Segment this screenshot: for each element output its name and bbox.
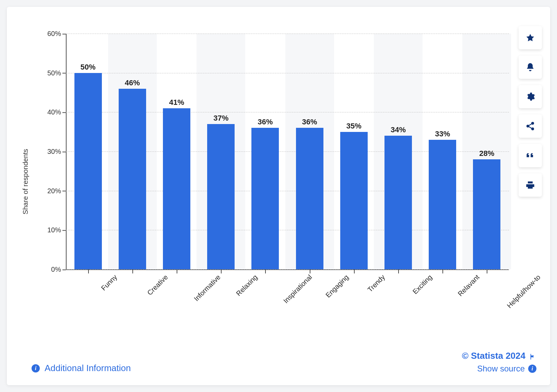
x-tick-label: Inspirational [282, 273, 314, 305]
bar[interactable]: 36% [251, 128, 279, 269]
bar[interactable]: 33% [429, 140, 456, 269]
x-tick-label: Trendy [366, 273, 387, 294]
info-icon: i [32, 364, 40, 372]
footer-right: © Statista 2024 Show source i [462, 351, 536, 373]
favorite-button[interactable] [519, 26, 542, 49]
bar[interactable]: 50% [74, 73, 102, 269]
bar[interactable]: 46% [119, 89, 146, 269]
svg-line-3 [529, 124, 532, 126]
x-tick-mark [132, 269, 133, 273]
bar[interactable]: 34% [384, 136, 412, 269]
svg-line-4 [529, 126, 532, 128]
x-tick-mark [310, 269, 310, 273]
gear-icon [525, 92, 535, 101]
x-tick-mark [398, 269, 399, 273]
x-tick-label: Relavant [457, 273, 481, 298]
side-toolbar [519, 26, 542, 197]
chart-footer: i Additional Information © Statista 2024… [32, 351, 536, 373]
star-icon [525, 33, 535, 42]
x-tick-label: Funny [99, 273, 119, 292]
chart-area: Share of respondents 0%10%20%30%40%50%60… [27, 27, 509, 336]
flag-icon[interactable] [529, 352, 536, 360]
x-tick-mark [221, 269, 222, 273]
show-source-text: Show source [477, 364, 525, 373]
x-tick-mark [177, 269, 177, 273]
y-tick-label: 60% [47, 30, 61, 38]
bar[interactable]: 36% [296, 128, 323, 269]
x-tick-label: Relaxing [235, 273, 259, 297]
chart-card: Share of respondents 0%10%20%30%40%50%60… [7, 7, 550, 385]
y-axis-title: Share of respondents [22, 149, 29, 214]
x-tick-label: Creative [146, 273, 169, 297]
x-tick-label: Helpful/how-to [506, 273, 542, 310]
y-tick-label: 0% [51, 266, 61, 273]
y-tick-label: 50% [47, 69, 61, 77]
bar[interactable]: 41% [163, 108, 190, 269]
bar[interactable]: 37% [207, 124, 235, 269]
x-tick-mark [487, 269, 487, 273]
y-tick-label: 40% [47, 108, 61, 116]
bar-value-label: 41% [169, 98, 184, 107]
copyright-text: © Statista 2024 [462, 351, 525, 361]
bar-value-label: 50% [81, 63, 96, 72]
plot-area: 0%10%20%30%40%50%60%50%46%41%37%36%36%35… [66, 34, 509, 270]
copyright-label: © Statista 2024 [462, 351, 536, 361]
cite-button[interactable] [519, 144, 542, 167]
x-tick-label: Engaging [324, 273, 350, 299]
bar-value-label: 36% [302, 118, 317, 126]
bar-value-label: 28% [479, 149, 494, 158]
bar-value-label: 37% [213, 114, 228, 123]
bar[interactable]: 35% [340, 132, 368, 269]
x-tick-mark [354, 269, 355, 273]
x-tick-mark [88, 269, 89, 273]
bars-layer: 50%46%41%37%36%36%35%34%33%28% [66, 34, 509, 269]
quote-icon [525, 151, 535, 160]
bar[interactable]: 28% [473, 159, 500, 269]
show-source-link[interactable]: Show source i [477, 364, 536, 373]
additional-info-link[interactable]: i Additional Information [32, 363, 131, 373]
additional-info-text: Additional Information [45, 363, 131, 373]
print-button[interactable] [519, 173, 542, 197]
x-tick-mark [442, 269, 443, 273]
bell-icon [525, 62, 535, 72]
y-tick-label: 10% [47, 226, 61, 234]
x-tick-label: Exciting [411, 273, 434, 296]
bar-value-label: 33% [435, 130, 450, 138]
bar-value-label: 34% [391, 125, 406, 134]
bar-value-label: 35% [346, 122, 362, 131]
notify-button[interactable] [519, 56, 542, 79]
y-tick-label: 30% [47, 148, 61, 156]
x-tick-mark [265, 269, 266, 273]
settings-button[interactable] [519, 85, 542, 108]
print-icon [525, 180, 535, 190]
bar-value-label: 46% [125, 78, 140, 87]
share-icon [525, 121, 535, 131]
bar-value-label: 36% [258, 118, 273, 126]
info-icon: i [528, 365, 536, 373]
y-tick-label: 20% [47, 187, 61, 195]
share-button[interactable] [519, 114, 542, 138]
x-tick-label: Informative [192, 273, 222, 303]
